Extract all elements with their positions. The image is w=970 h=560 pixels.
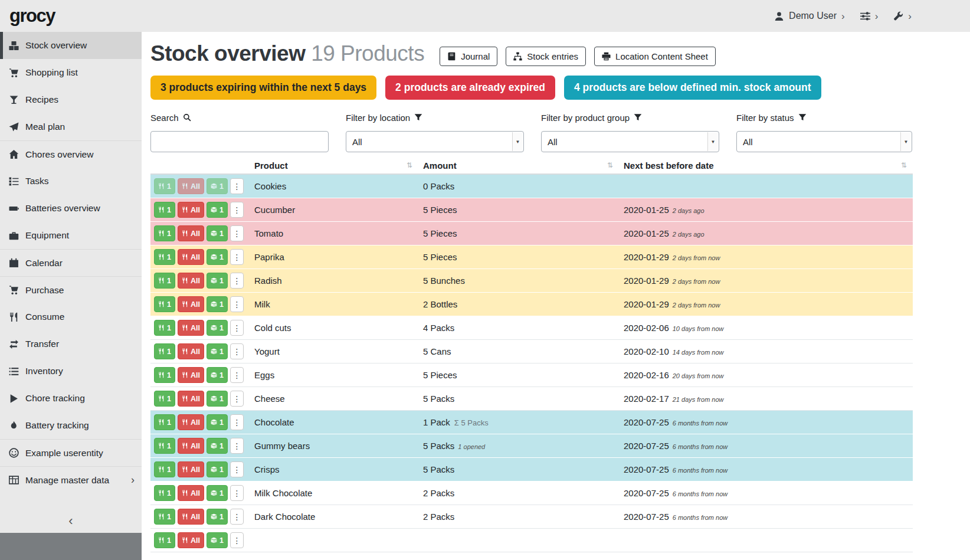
open-one-button[interactable]: 1 xyxy=(207,509,228,525)
open-one-button[interactable]: 1 xyxy=(207,178,228,194)
consume-all-button[interactable]: All xyxy=(178,461,204,477)
open-one-button[interactable]: 1 xyxy=(207,202,228,218)
consume-one-button[interactable]: 1 xyxy=(154,202,175,218)
sidebar-item-battery-tracking[interactable]: Battery tracking xyxy=(0,412,142,439)
row-menu-button[interactable]: ⋮ xyxy=(230,343,244,359)
open-one-button[interactable]: 1 xyxy=(207,391,228,407)
sidebar-item-inventory[interactable]: Inventory xyxy=(0,358,142,385)
search-input[interactable] xyxy=(150,131,329,152)
sidebar-item-manage-master-data[interactable]: Manage master data› xyxy=(0,466,142,493)
sidebar-item-chores-overview[interactable]: Chores overview xyxy=(0,140,142,168)
consume-one-button[interactable]: 1 xyxy=(154,343,175,359)
consume-all-button[interactable]: All xyxy=(178,320,204,336)
row-menu-button[interactable]: ⋮ xyxy=(230,273,244,289)
sidebar-item-recipes[interactable]: Recipes xyxy=(0,86,142,113)
open-one-button[interactable]: 1 xyxy=(207,249,228,265)
row-menu-button[interactable]: ⋮ xyxy=(230,367,244,383)
consume-one-button[interactable]: 1 xyxy=(154,485,175,501)
location-select[interactable]: All ▼ xyxy=(346,131,524,152)
column-header-product[interactable]: Product ⇅ xyxy=(250,161,418,171)
alert-warning[interactable]: 3 products expiring within the next 5 da… xyxy=(150,76,376,100)
consume-one-button[interactable]: 1 xyxy=(154,509,175,525)
consume-one-button[interactable]: 1 xyxy=(154,532,175,548)
consume-all-button[interactable]: All xyxy=(178,225,204,241)
sidebar-item-purchase[interactable]: Purchase xyxy=(0,276,142,303)
open-one-button[interactable]: 1 xyxy=(207,367,228,383)
open-one-button[interactable]: 1 xyxy=(207,273,228,289)
sidebar-item-tasks[interactable]: Tasks xyxy=(0,168,142,195)
sidebar-item-example-userentity[interactable]: Example userentity xyxy=(0,439,142,466)
open-one-button[interactable]: 1 xyxy=(207,461,228,477)
row-menu-button[interactable]: ⋮ xyxy=(230,178,244,194)
sidebar-item-transfer[interactable]: Transfer xyxy=(0,330,142,358)
user-menu[interactable]: Demo User › xyxy=(774,11,845,21)
consume-all-button[interactable]: All xyxy=(178,296,204,312)
consume-one-button[interactable]: 1 xyxy=(154,296,175,312)
column-header-amount[interactable]: Amount ⇅ xyxy=(418,161,619,171)
consume-one-button[interactable]: 1 xyxy=(154,178,175,194)
status-select[interactable]: All ▼ xyxy=(736,131,912,152)
row-menu-button[interactable]: ⋮ xyxy=(230,225,244,241)
best-before-date: 2020-02-0610 days from now xyxy=(619,323,913,333)
location-content-sheet-button[interactable]: Location Content Sheet xyxy=(594,47,716,66)
consume-all-button[interactable]: All xyxy=(178,273,204,289)
consume-one-button[interactable]: 1 xyxy=(154,249,175,265)
consume-all-button[interactable]: All xyxy=(178,414,204,430)
sidebar-item-meal-plan[interactable]: Meal plan xyxy=(0,113,142,140)
alert-info[interactable]: 4 products are below defined min. stock … xyxy=(564,76,821,100)
open-one-button[interactable]: 1 xyxy=(207,485,228,501)
open-one-button[interactable]: 1 xyxy=(207,414,228,430)
row-menu-button[interactable]: ⋮ xyxy=(230,202,244,218)
row-menu-button[interactable]: ⋮ xyxy=(230,461,244,477)
consume-all-button[interactable]: All xyxy=(178,343,204,359)
sidebar-collapse-button[interactable]: ‹ xyxy=(0,509,142,533)
consume-all-button[interactable]: All xyxy=(178,178,204,194)
column-header-next-best-before-date[interactable]: Next best before date ⇅ xyxy=(619,161,913,171)
admin-menu[interactable]: › xyxy=(893,11,912,21)
sidebar-item-stock-overview[interactable]: Stock overview xyxy=(0,32,142,59)
consume-one-button[interactable]: 1 xyxy=(154,391,175,407)
consume-all-button[interactable]: All xyxy=(178,509,204,525)
open-one-button[interactable]: 1 xyxy=(207,438,228,454)
row-menu-button[interactable]: ⋮ xyxy=(230,249,244,265)
sidebar-item-batteries-overview[interactable]: Batteries overview xyxy=(0,195,142,222)
open-one-button[interactable]: 1 xyxy=(207,225,228,241)
consume-all-button[interactable]: All xyxy=(178,249,204,265)
consume-all-button[interactable]: All xyxy=(178,367,204,383)
row-menu-button[interactable]: ⋮ xyxy=(230,296,244,312)
app-logo[interactable]: grocy xyxy=(9,5,55,27)
journal-button[interactable]: Journal xyxy=(440,47,497,66)
sidebar-item-shopping-list[interactable]: Shopping list xyxy=(0,59,142,86)
consume-one-button[interactable]: 1 xyxy=(154,367,175,383)
consume-all-button[interactable]: All xyxy=(178,202,204,218)
consume-all-button[interactable]: All xyxy=(178,532,204,548)
settings-menu[interactable]: › xyxy=(860,11,879,21)
row-menu-button[interactable]: ⋮ xyxy=(230,509,244,525)
row-menu-button[interactable]: ⋮ xyxy=(230,320,244,336)
row-menu-button[interactable]: ⋮ xyxy=(230,532,244,548)
row-menu-button[interactable]: ⋮ xyxy=(230,485,244,501)
consume-one-button[interactable]: 1 xyxy=(154,320,175,336)
consume-all-button[interactable]: All xyxy=(178,485,204,501)
sidebar-item-equipment[interactable]: Equipment xyxy=(0,222,142,249)
row-menu-button[interactable]: ⋮ xyxy=(230,414,244,430)
open-one-button[interactable]: 1 xyxy=(207,296,228,312)
stock-entries-button[interactable]: Stock entries xyxy=(506,47,586,66)
consume-one-button[interactable]: 1 xyxy=(154,273,175,289)
consume-one-button[interactable]: 1 xyxy=(154,461,175,477)
alert-danger[interactable]: 2 products are already expired xyxy=(385,76,555,100)
consume-one-button[interactable]: 1 xyxy=(154,438,175,454)
sidebar-item-calendar[interactable]: Calendar xyxy=(0,249,142,276)
consume-one-button[interactable]: 1 xyxy=(154,225,175,241)
product-group-select[interactable]: All ▼ xyxy=(541,131,719,152)
sidebar-item-consume[interactable]: Consume xyxy=(0,303,142,330)
consume-all-button[interactable]: All xyxy=(178,391,204,407)
open-one-button[interactable]: 1 xyxy=(207,532,228,548)
open-one-button[interactable]: 1 xyxy=(207,320,228,336)
open-one-button[interactable]: 1 xyxy=(207,343,228,359)
consume-all-button[interactable]: All xyxy=(178,438,204,454)
row-menu-button[interactable]: ⋮ xyxy=(230,391,244,407)
consume-one-button[interactable]: 1 xyxy=(154,414,175,430)
sidebar-item-chore-tracking[interactable]: Chore tracking xyxy=(0,385,142,412)
row-menu-button[interactable]: ⋮ xyxy=(230,438,244,454)
